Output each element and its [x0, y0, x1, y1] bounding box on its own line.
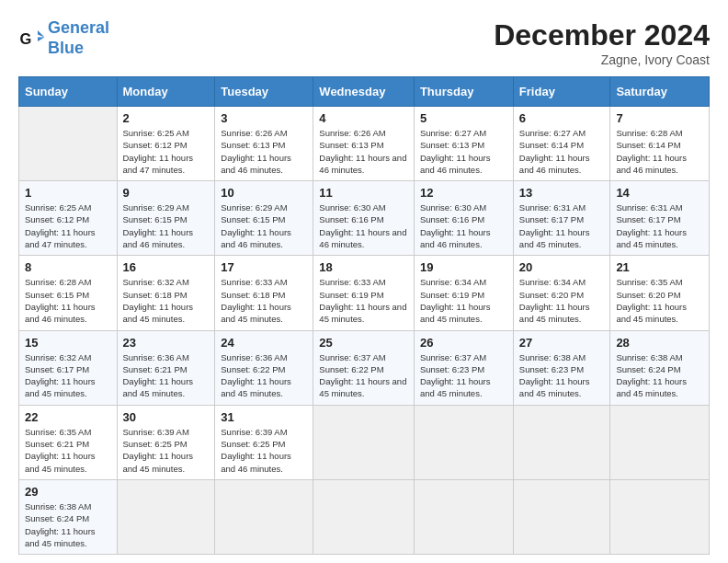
calendar-cell: 6Sunrise: 6:27 AMSunset: 6:14 PMDaylight…: [513, 107, 610, 181]
day-number: 6: [519, 111, 605, 125]
day-number: 13: [519, 186, 605, 200]
day-info: Sunrise: 6:33 AMSunset: 6:19 PMDaylight:…: [319, 276, 408, 325]
weekday-header-row: SundayMondayTuesdayWednesdayThursdayFrid…: [19, 77, 710, 107]
weekday-header-friday: Friday: [513, 77, 610, 107]
day-info: Sunrise: 6:32 AMSunset: 6:18 PMDaylight:…: [123, 276, 210, 325]
calendar-cell: [313, 479, 415, 554]
day-number: 10: [221, 186, 307, 200]
calendar-cell: 9Sunrise: 6:29 AMSunset: 6:15 PMDaylight…: [117, 181, 215, 256]
day-info: Sunrise: 6:37 AMSunset: 6:22 PMDaylight:…: [319, 351, 408, 400]
calendar-cell: 13Sunrise: 6:31 AMSunset: 6:17 PMDayligh…: [513, 181, 610, 256]
day-number: 22: [25, 410, 111, 424]
day-number: 29: [25, 485, 111, 499]
day-info: Sunrise: 6:28 AMSunset: 6:14 PMDaylight:…: [616, 127, 703, 176]
day-info: Sunrise: 6:39 AMSunset: 6:25 PMDaylight:…: [221, 426, 307, 475]
day-info: Sunrise: 6:28 AMSunset: 6:15 PMDaylight:…: [25, 276, 111, 325]
day-number: 31: [221, 410, 307, 424]
svg-marker-2: [38, 37, 45, 41]
calendar-cell: 19Sunrise: 6:34 AMSunset: 6:19 PMDayligh…: [414, 256, 513, 330]
calendar-cell: 3Sunrise: 6:26 AMSunset: 6:13 PMDaylight…: [215, 107, 313, 181]
calendar-cell: [414, 479, 513, 554]
day-number: 8: [25, 260, 111, 274]
calendar-cell: 16Sunrise: 6:32 AMSunset: 6:18 PMDayligh…: [117, 256, 215, 330]
day-number: 16: [123, 260, 210, 274]
day-info: Sunrise: 6:29 AMSunset: 6:15 PMDaylight:…: [221, 201, 307, 250]
calendar-cell: 25Sunrise: 6:37 AMSunset: 6:22 PMDayligh…: [313, 330, 415, 405]
day-info: Sunrise: 6:34 AMSunset: 6:19 PMDaylight:…: [420, 276, 507, 325]
day-info: Sunrise: 6:29 AMSunset: 6:15 PMDaylight:…: [123, 201, 210, 250]
day-info: Sunrise: 6:25 AMSunset: 6:12 PMDaylight:…: [25, 201, 111, 250]
calendar-cell: 1Sunrise: 6:25 AMSunset: 6:12 PMDaylight…: [19, 181, 118, 256]
svg-text:G: G: [20, 30, 32, 47]
day-number: 24: [221, 336, 307, 350]
calendar-cell: 14Sunrise: 6:31 AMSunset: 6:17 PMDayligh…: [610, 181, 710, 256]
calendar-cell: 5Sunrise: 6:27 AMSunset: 6:13 PMDaylight…: [414, 107, 513, 181]
calendar-cell: 31Sunrise: 6:39 AMSunset: 6:25 PMDayligh…: [215, 405, 313, 479]
weekday-header-tuesday: Tuesday: [215, 77, 313, 107]
day-number: 25: [319, 336, 408, 350]
day-info: Sunrise: 6:25 AMSunset: 6:12 PMDaylight:…: [123, 127, 210, 176]
day-info: Sunrise: 6:38 AMSunset: 6:24 PMDaylight:…: [616, 351, 703, 400]
title-area: December 2024 Zagne, Ivory Coast: [494, 18, 710, 67]
day-info: Sunrise: 6:34 AMSunset: 6:20 PMDaylight:…: [519, 276, 605, 325]
calendar-cell: [513, 479, 610, 554]
svg-marker-1: [38, 30, 45, 38]
calendar-cell: [313, 405, 415, 479]
day-info: Sunrise: 6:37 AMSunset: 6:23 PMDaylight:…: [420, 351, 507, 400]
weekday-header-saturday: Saturday: [610, 77, 710, 107]
calendar-cell: [414, 405, 513, 479]
calendar-cell: 29Sunrise: 6:38 AMSunset: 6:24 PMDayligh…: [19, 479, 118, 554]
day-info: Sunrise: 6:38 AMSunset: 6:23 PMDaylight:…: [519, 351, 605, 400]
day-number: 28: [616, 336, 703, 350]
day-number: 17: [221, 260, 307, 274]
calendar-cell: 28Sunrise: 6:38 AMSunset: 6:24 PMDayligh…: [610, 330, 710, 405]
day-info: Sunrise: 6:26 AMSunset: 6:13 PMDaylight:…: [319, 127, 408, 176]
calendar-cell: 7Sunrise: 6:28 AMSunset: 6:14 PMDaylight…: [610, 107, 710, 181]
calendar-cell: [117, 479, 215, 554]
calendar-week-row: 8Sunrise: 6:28 AMSunset: 6:15 PMDaylight…: [19, 256, 710, 330]
day-info: Sunrise: 6:36 AMSunset: 6:21 PMDaylight:…: [123, 351, 210, 400]
logo-line2: Blue: [48, 39, 84, 57]
calendar-cell: 24Sunrise: 6:36 AMSunset: 6:22 PMDayligh…: [215, 330, 313, 405]
calendar-cell: 12Sunrise: 6:30 AMSunset: 6:16 PMDayligh…: [414, 181, 513, 256]
day-info: Sunrise: 6:33 AMSunset: 6:18 PMDaylight:…: [221, 276, 307, 325]
day-number: 20: [519, 260, 605, 274]
day-number: 11: [319, 186, 408, 200]
day-number: 9: [123, 186, 210, 200]
calendar-cell: 8Sunrise: 6:28 AMSunset: 6:15 PMDaylight…: [19, 256, 118, 330]
calendar-cell: [513, 405, 610, 479]
calendar-cell: [610, 405, 710, 479]
day-info: Sunrise: 6:39 AMSunset: 6:25 PMDaylight:…: [123, 426, 210, 475]
calendar-cell: 18Sunrise: 6:33 AMSunset: 6:19 PMDayligh…: [313, 256, 415, 330]
day-number: 14: [616, 186, 703, 200]
calendar-cell: 27Sunrise: 6:38 AMSunset: 6:23 PMDayligh…: [513, 330, 610, 405]
day-info: Sunrise: 6:35 AMSunset: 6:20 PMDaylight:…: [616, 276, 703, 325]
day-info: Sunrise: 6:30 AMSunset: 6:16 PMDaylight:…: [319, 201, 408, 250]
calendar-cell: 2Sunrise: 6:25 AMSunset: 6:12 PMDaylight…: [117, 107, 215, 181]
weekday-header-thursday: Thursday: [414, 77, 513, 107]
day-number: 3: [221, 111, 307, 125]
calendar-cell: 26Sunrise: 6:37 AMSunset: 6:23 PMDayligh…: [414, 330, 513, 405]
logo-icon: G: [18, 25, 46, 52]
location-subtitle: Zagne, Ivory Coast: [494, 52, 710, 67]
day-info: Sunrise: 6:36 AMSunset: 6:22 PMDaylight:…: [221, 351, 307, 400]
day-number: 7: [616, 111, 703, 125]
calendar-cell: 23Sunrise: 6:36 AMSunset: 6:21 PMDayligh…: [117, 330, 215, 405]
day-info: Sunrise: 6:27 AMSunset: 6:14 PMDaylight:…: [519, 127, 605, 176]
calendar-cell: 21Sunrise: 6:35 AMSunset: 6:20 PMDayligh…: [610, 256, 710, 330]
day-number: 2: [123, 111, 210, 125]
day-number: 12: [420, 186, 507, 200]
calendar-cell: 11Sunrise: 6:30 AMSunset: 6:16 PMDayligh…: [313, 181, 415, 256]
logo-line1: General: [48, 18, 109, 37]
day-number: 30: [123, 410, 210, 424]
day-number: 21: [616, 260, 703, 274]
day-info: Sunrise: 6:30 AMSunset: 6:16 PMDaylight:…: [420, 201, 507, 250]
day-number: 15: [25, 336, 111, 350]
day-number: 4: [319, 111, 408, 125]
month-title: December 2024: [494, 18, 710, 52]
logo: G General Blue: [18, 18, 109, 58]
calendar-week-row: 15Sunrise: 6:32 AMSunset: 6:17 PMDayligh…: [19, 330, 710, 405]
day-number: 1: [25, 186, 111, 200]
day-info: Sunrise: 6:31 AMSunset: 6:17 PMDaylight:…: [519, 201, 605, 250]
day-number: 27: [519, 336, 605, 350]
